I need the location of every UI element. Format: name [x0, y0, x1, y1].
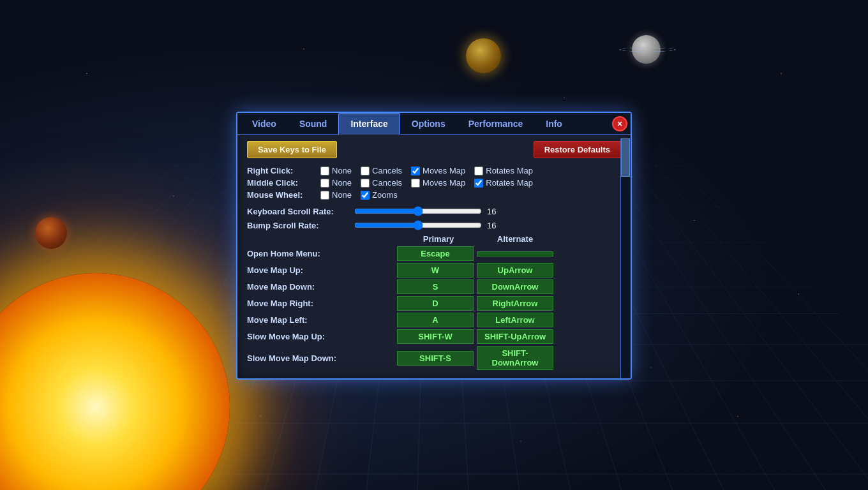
keybind-primary-5[interactable]: SHIFT-W — [397, 329, 474, 344]
bump-scroll-row: Bump Scroll Rate: 16 — [247, 220, 621, 230]
rc-cancels-option[interactable]: Cancels — [361, 166, 402, 175]
mc-none-checkbox[interactable] — [320, 179, 329, 188]
keyboard-scroll-value: 16 — [487, 207, 500, 216]
keybind-primary-2[interactable]: S — [397, 279, 474, 294]
middle-click-label: Middle Click: — [247, 178, 320, 188]
keybind-slow-move-up: Slow Move Map Up: SHIFT-W SHIFT-UpArrow — [247, 329, 621, 344]
keybind-move-map-down: Move Map Down: S DownArrow — [247, 279, 621, 294]
keybind-alternate-0[interactable] — [477, 251, 553, 256]
tab-interface[interactable]: Interface — [338, 113, 400, 135]
mc-none-label: None — [332, 178, 352, 188]
rc-rotates-label: Rotates Map — [486, 166, 533, 175]
save-keys-button[interactable]: Save Keys to File — [247, 141, 337, 158]
keybind-name-0: Open Home Menu: — [247, 249, 397, 258]
keybind-alternate-2[interactable]: DownArrow — [477, 279, 553, 294]
middle-click-row: Middle Click: None Cancels Moves Map — [247, 178, 621, 188]
keybind-move-map-left: Move Map Left: A LeftArrow — [247, 313, 621, 327]
rc-none-label: None — [332, 166, 352, 175]
keybind-alternate-1[interactable]: UpArrow — [477, 263, 553, 278]
right-click-label: Right Click: — [247, 166, 320, 175]
mouse-wheel-row: Mouse Wheel: None Zooms — [247, 190, 621, 200]
keybind-primary-6[interactable]: SHIFT-S — [397, 351, 474, 366]
right-click-options: None Cancels Moves Map Rotates Map — [320, 166, 533, 175]
keybind-move-map-up: Move Map Up: W UpArrow — [247, 263, 621, 278]
bump-scroll-slider[interactable] — [354, 220, 482, 230]
mc-none-option[interactable]: None — [320, 178, 352, 188]
rc-rotates-option[interactable]: Rotates Map — [474, 166, 533, 175]
mw-none-checkbox[interactable] — [320, 191, 329, 200]
keybind-name-5: Slow Move Map Up: — [247, 332, 397, 341]
close-button[interactable]: × — [612, 116, 627, 131]
keybind-name-6: Slow Move Map Down: — [247, 353, 397, 363]
keybindings-list: Open Home Menu: Escape Move Map Up: W Up… — [247, 246, 621, 370]
keyboard-scroll-label: Keyboard Scroll Rate: — [247, 207, 349, 216]
mc-cancels-label: Cancels — [372, 178, 402, 188]
keybind-move-map-right: Move Map Right: D RightArrow — [247, 296, 621, 311]
keyboard-scroll-slider[interactable] — [354, 206, 482, 216]
bump-scroll-label: Bump Scroll Rate: — [247, 221, 349, 230]
planet-left — [35, 217, 67, 249]
planet-right — [632, 35, 661, 64]
rc-rotates-checkbox[interactable] — [474, 167, 483, 175]
mouse-settings: Right Click: None Cancels Moves Map — [247, 166, 621, 200]
rc-moves-label: Moves Map — [423, 166, 465, 175]
keybind-open-home-menu: Open Home Menu: Escape — [247, 246, 621, 261]
middle-click-options: None Cancels Moves Map Rotates Map — [320, 178, 533, 188]
tab-sound[interactable]: Sound — [288, 114, 339, 134]
keyboard-scroll-row: Keyboard Scroll Rate: 16 — [247, 206, 621, 216]
keybind-name-4: Move Map Left: — [247, 315, 397, 325]
mc-rotates-checkbox[interactable] — [474, 179, 483, 188]
mc-rotates-option[interactable]: Rotates Map — [474, 178, 533, 188]
tab-video[interactable]: Video — [241, 114, 288, 134]
keybind-slow-move-down: Slow Move Map Down: SHIFT-S SHIFT-DownAr… — [247, 346, 621, 370]
right-click-row: Right Click: None Cancels Moves Map — [247, 166, 621, 175]
tab-performance[interactable]: Performance — [457, 114, 535, 134]
keybind-primary-0[interactable]: Escape — [397, 246, 474, 261]
rc-none-checkbox[interactable] — [320, 167, 329, 175]
mw-zooms-option[interactable]: Zooms — [361, 190, 398, 200]
keybind-alternate-3[interactable]: RightArrow — [477, 296, 553, 311]
keybind-name-2: Move Map Down: — [247, 282, 397, 292]
mc-moves-checkbox[interactable] — [411, 179, 420, 188]
restore-defaults-button[interactable]: Restore Defaults — [534, 141, 621, 158]
rc-cancels-label: Cancels — [372, 166, 402, 175]
dialog-content: Save Keys to File Restore Defaults Right… — [237, 135, 631, 378]
tab-options[interactable]: Options — [400, 114, 457, 134]
tab-info[interactable]: Info — [534, 114, 574, 134]
keybind-primary-1[interactable]: W — [397, 263, 474, 278]
rc-moves-option[interactable]: Moves Map — [411, 166, 465, 175]
mc-cancels-checkbox[interactable] — [361, 179, 370, 188]
mc-moves-label: Moves Map — [423, 178, 465, 188]
keybind-primary-3[interactable]: D — [397, 296, 474, 311]
mouse-wheel-label: Mouse Wheel: — [247, 190, 320, 200]
keybind-alternate-4[interactable]: LeftArrow — [477, 313, 553, 327]
mw-zooms-checkbox[interactable] — [361, 191, 370, 200]
rc-cancels-checkbox[interactable] — [361, 167, 370, 175]
primary-column-header: Primary — [400, 234, 477, 244]
mw-zooms-label: Zooms — [372, 190, 398, 200]
planet-center — [466, 38, 501, 73]
mw-none-option[interactable]: None — [320, 190, 352, 200]
mw-none-label: None — [332, 190, 352, 200]
mc-moves-option[interactable]: Moves Map — [411, 178, 465, 188]
tab-bar: Video Sound Interface Options Performanc… — [237, 113, 631, 135]
keybind-name-3: Move Map Right: — [247, 299, 397, 308]
rc-none-option[interactable]: None — [320, 166, 352, 175]
scrollbar-thumb[interactable] — [621, 138, 630, 177]
keybind-primary-4[interactable]: A — [397, 313, 474, 327]
keybind-name-1: Move Map Up: — [247, 265, 397, 275]
rc-moves-checkbox[interactable] — [411, 167, 420, 175]
mouse-wheel-options: None Zooms — [320, 190, 398, 200]
top-buttons-row: Save Keys to File Restore Defaults — [247, 141, 621, 158]
mc-cancels-option[interactable]: Cancels — [361, 178, 402, 188]
keybind-alternate-5[interactable]: SHIFT-UpArrow — [477, 329, 553, 344]
keybind-alternate-6[interactable]: SHIFT-DownArrow — [477, 346, 553, 370]
alternate-column-header: Alternate — [477, 234, 553, 244]
keybind-header: Primary Alternate — [247, 234, 621, 244]
mc-rotates-label: Rotates Map — [486, 178, 533, 188]
bump-scroll-value: 16 — [487, 221, 500, 230]
scrollbar-track[interactable] — [620, 138, 631, 378]
settings-dialog: Video Sound Interface Options Performanc… — [236, 112, 632, 380]
